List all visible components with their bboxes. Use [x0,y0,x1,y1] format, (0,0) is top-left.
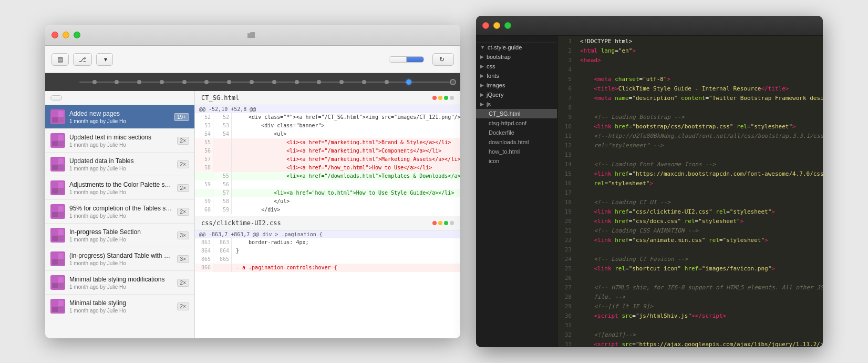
code-line: <html lang="en"> [580,46,819,56]
commit-badge: 2× [177,279,189,287]
sublime-close-button[interactable] [482,22,489,29]
compare-button[interactable] [50,95,62,100]
diff-old-ln: 865 [195,255,213,264]
folder-name: ct-style-guide [488,44,522,51]
branch-line [79,82,454,83]
sidebar-subfolder[interactable]: ▶css [476,62,557,71]
sidebar-subfolder[interactable]: ▶fonts [476,71,557,80]
diff-line-numbers: 865 865 [195,255,232,264]
commit-avatar [50,180,65,195]
diff-old-ln: 864 [195,247,213,255]
code-line: <link href="bootstrap/css/bootstrap.css"… [580,122,819,132]
diff-code: <div class="banner"> [232,122,460,130]
code-line: <!-- Loading Bootstrap --> [580,113,819,122]
commit-info: Updated data in Tables 1 month ago by Ju… [69,157,173,172]
diff-old-ln: 54 [195,130,213,138]
diff-file-header-1: CT_SG.html [195,91,460,105]
sidebar-subfolder[interactable]: ▶images [476,80,557,90]
commit-item[interactable]: Minimal table styling modifications 1 mo… [45,271,194,295]
sidebar-file[interactable]: downloads.html [476,137,557,147]
line-number: 30 [557,311,576,321]
commit-info: Minimal table styling 1 month ago by Jul… [69,299,173,314]
diff-new-ln [213,264,232,272]
maximize-button[interactable] [74,32,80,38]
code-line: <head> [580,56,819,65]
commit-item[interactable]: Updated data in Tables 1 month ago by Ju… [45,153,194,176]
branch-timeline [79,80,454,84]
diff-new-ln: 55 [213,172,232,180]
sidebar-subfolder[interactable]: ▶js [476,99,557,109]
code-line: <!DOCTYPE html> [580,37,819,46]
diff-line: 57 <li><a href="/marketing.html">Marketi… [195,155,460,164]
branch-icon-button[interactable]: ⎇ [73,53,92,66]
code-line: <!--[if lt IE 9]> [580,302,819,311]
sidebar-root-folder[interactable]: ▼ct-style-guide [476,43,557,52]
diff-new-ln: 865 [213,255,232,264]
diff-line: 58 <li><a href="/how_to.html">How to Use… [195,164,460,172]
sidebar-file[interactable]: how_to.html [476,147,557,156]
code-line: file. --> [580,293,819,302]
commit-item[interactable]: Adjustments to the Color Palette sect...… [45,176,194,200]
diff-line-numbers: 57 [195,189,232,197]
toolbar-right: ↻ [432,53,454,66]
commit-meta: 1 month ago by Julie Ho [69,308,173,314]
diff-file-header-2: css/clicktime-UI2.css [195,216,460,230]
sidebar-file[interactable]: icon [476,156,557,166]
commit-badge: 19+ [174,113,189,121]
tab-no-uncommitted[interactable] [389,57,407,62]
tab-history[interactable] [407,57,423,62]
line-number: 15 [557,169,576,179]
line-number: 13 [557,150,576,160]
sublime-maximize-button[interactable] [504,22,511,29]
code-line: <script src="js/htmlShiv.js"></script> [580,311,819,321]
commit-title: Updated data in Tables [69,157,173,165]
main-content: Added new pages 1 month ago by Julie Ho … [45,91,460,338]
tab-group [389,56,424,63]
left-titlebar [45,25,460,46]
sidebar-subfolder[interactable]: ▶jQuery [476,90,557,99]
commit-info: (in-progress) Standard Table with bor...… [69,252,173,266]
code-line: rel="stylesheet" --> [580,141,819,150]
diff-new-ln: 58 [213,197,232,206]
code-line: <title>ClickTime Style Guide - Internal … [580,84,819,94]
code-line [580,274,819,283]
commit-avatar [50,275,65,290]
commit-item[interactable]: Added new pages 1 month ago by Julie Ho … [45,105,194,129]
commit-item[interactable]: In-progress Table Section 1 month ago by… [45,224,194,247]
commit-badge: 2× [177,184,189,192]
commit-avatar [50,228,65,243]
commit-item[interactable]: Updated text in misc sections 1 month ag… [45,129,194,153]
commit-item[interactable]: (in-progress) Standard Table with bor...… [45,247,194,271]
sidebar-file[interactable]: ctsg-httpd.conf [476,118,557,128]
commit-item[interactable]: 95% for completion of the Tables sec... … [45,200,194,224]
branch-icon: ⎇ [79,56,86,63]
diff-filename-1: CT_SG.html [201,94,239,102]
folder-icon [247,32,255,38]
sidebar-file[interactable]: CT_SG.html [476,109,557,118]
close-button[interactable] [51,32,58,38]
commit-item[interactable]: Minimal table styling 1 month ago by Jul… [45,295,194,318]
sidebar-subfolder[interactable]: ▶bootstrap [476,52,557,62]
folder-arrow: ▶ [480,64,484,69]
sublime-minimize-button[interactable] [493,22,500,29]
branch-dropdown[interactable]: ▾ [96,53,113,66]
line-number: 16 [557,179,576,188]
minimize-button[interactable] [63,32,69,38]
diff-line-numbers: 57 [195,155,232,164]
commit-info: Added new pages 1 month ago by Julie Ho [69,110,170,124]
folder-arrow: ▶ [480,92,484,97]
diff-old-ln: 59 [195,180,213,189]
diff-line-numbers: 56 [195,147,232,155]
line-number: 10 [557,122,576,132]
sidebar-file[interactable]: Dockerfile [476,128,557,137]
commit-title: In-progress Table Section [69,228,173,236]
sidebar-toggle-button[interactable]: ▤ [51,53,69,66]
line-number: 19 [557,207,576,217]
commit-meta: 1 month ago by Julie Ho [69,237,173,243]
code-line: <link href="css/animate.min.css" rel="st… [580,236,819,245]
code-area: <!DOCTYPE html><html lang="en"><head> <m… [576,36,823,347]
sublime-editor[interactable]: 1234567891011121314151617181920212223242… [557,36,823,347]
commit-title: (in-progress) Standard Table with bor... [69,252,173,259]
sync-button[interactable]: ↻ [432,53,454,66]
code-line: <!-- Loading CT UI --> [580,198,819,207]
